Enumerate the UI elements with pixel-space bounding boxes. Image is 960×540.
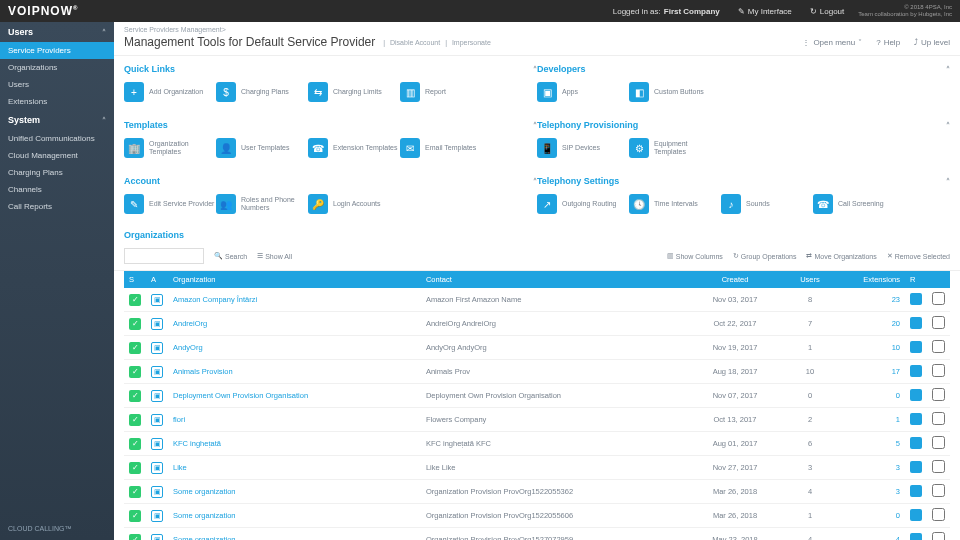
tile[interactable]: 🏢Organization Templates: [124, 138, 216, 158]
status-icon[interactable]: ✓: [129, 318, 141, 330]
sidebar-group-system[interactable]: System˄: [0, 110, 114, 130]
tile[interactable]: 🔑Login Accounts: [308, 194, 400, 214]
col-ext[interactable]: Extensions: [845, 271, 905, 288]
section-quick-links[interactable]: Quick Links˄: [124, 60, 537, 78]
tile[interactable]: 📱SIP Devices: [537, 138, 629, 158]
ext-cell[interactable]: 23: [845, 288, 905, 312]
status-icon[interactable]: ✓: [129, 294, 141, 306]
up-level-button[interactable]: ⤴Up level: [914, 38, 950, 47]
search-button[interactable]: 🔍Search: [214, 252, 247, 260]
org-icon[interactable]: ▣: [151, 294, 163, 306]
org-icon[interactable]: ▣: [151, 510, 163, 522]
tile[interactable]: ⚙Equipment Templates: [629, 138, 721, 158]
tile[interactable]: ▣Apps: [537, 82, 629, 102]
report-icon[interactable]: [910, 317, 922, 329]
row-checkbox[interactable]: [932, 364, 945, 377]
tile[interactable]: $Charging Plans: [216, 82, 308, 102]
status-icon[interactable]: ✓: [129, 486, 141, 498]
org-icon[interactable]: ▣: [151, 318, 163, 330]
col-check[interactable]: [927, 271, 950, 288]
ext-cell[interactable]: 17: [845, 360, 905, 384]
ext-cell[interactable]: 10: [845, 336, 905, 360]
org-link[interactable]: Some organization: [168, 480, 421, 504]
logout-link[interactable]: ↻Logout: [810, 7, 844, 16]
ext-cell[interactable]: 5: [845, 432, 905, 456]
org-link[interactable]: Animals Provision: [168, 360, 421, 384]
org-link[interactable]: KFC inghețată: [168, 432, 421, 456]
org-link[interactable]: flori: [168, 408, 421, 432]
show-columns-button[interactable]: ▥Show Columns: [667, 252, 723, 260]
col-r[interactable]: R: [905, 271, 927, 288]
show-all-button[interactable]: ☰Show All: [257, 252, 292, 260]
report-icon[interactable]: [910, 461, 922, 473]
tile[interactable]: ▥Report: [400, 82, 492, 102]
tile[interactable]: ☎Extension Templates: [308, 138, 400, 158]
help-button[interactable]: ?Help: [876, 38, 900, 47]
report-icon[interactable]: [910, 485, 922, 497]
row-checkbox[interactable]: [932, 412, 945, 425]
ext-cell[interactable]: 4: [845, 528, 905, 541]
tile[interactable]: 👤User Templates: [216, 138, 308, 158]
search-input[interactable]: [124, 248, 204, 264]
status-icon[interactable]: ✓: [129, 366, 141, 378]
status-icon[interactable]: ✓: [129, 462, 141, 474]
disable-account-link[interactable]: Disable Account: [390, 39, 440, 46]
status-icon[interactable]: ✓: [129, 390, 141, 402]
section-account[interactable]: Account˄: [124, 172, 537, 190]
tile[interactable]: ♪Sounds: [721, 194, 813, 214]
my-interface-link[interactable]: ✎My Interface: [738, 7, 792, 16]
sidebar-item[interactable]: Call Reports: [0, 198, 114, 215]
tile[interactable]: +Add Organization: [124, 82, 216, 102]
report-icon[interactable]: [910, 293, 922, 305]
tile[interactable]: ✎Edit Service Provider: [124, 194, 216, 214]
sidebar-item[interactable]: Cloud Management: [0, 147, 114, 164]
sidebar-item[interactable]: Organizations: [0, 59, 114, 76]
section-telephony-prov[interactable]: Telephony Provisioning˄: [537, 116, 950, 134]
row-checkbox[interactable]: [932, 460, 945, 473]
section-developers[interactable]: Developers˄: [537, 60, 950, 78]
org-link[interactable]: Like: [168, 456, 421, 480]
sidebar-item[interactable]: Users: [0, 76, 114, 93]
row-checkbox[interactable]: [932, 532, 945, 540]
report-icon[interactable]: [910, 533, 922, 541]
section-telephony-settings[interactable]: Telephony Settings˄: [537, 172, 950, 190]
ext-cell[interactable]: 1: [845, 408, 905, 432]
org-icon[interactable]: ▣: [151, 414, 163, 426]
status-icon[interactable]: ✓: [129, 438, 141, 450]
row-checkbox[interactable]: [932, 484, 945, 497]
status-icon[interactable]: ✓: [129, 414, 141, 426]
col-org[interactable]: Organization: [168, 271, 421, 288]
sidebar-item[interactable]: Service Providers: [0, 42, 114, 59]
remove-selected-button[interactable]: ✕Remove Selected: [887, 252, 950, 260]
col-a[interactable]: A: [146, 271, 168, 288]
open-menu-button[interactable]: ⋮Open menu˅: [802, 38, 862, 47]
org-link[interactable]: Some organization: [168, 528, 421, 541]
org-icon[interactable]: ▣: [151, 390, 163, 402]
sidebar-item[interactable]: Unified Communications: [0, 130, 114, 147]
ext-cell[interactable]: 0: [845, 384, 905, 408]
tile[interactable]: ✉Email Templates: [400, 138, 492, 158]
org-icon[interactable]: ▣: [151, 342, 163, 354]
tile[interactable]: 🕓Time Intervals: [629, 194, 721, 214]
org-link[interactable]: Amazon Company Întârzi: [168, 288, 421, 312]
col-users[interactable]: Users: [775, 271, 845, 288]
sidebar-item[interactable]: Charging Plans: [0, 164, 114, 181]
org-link[interactable]: Deployment Own Provision Organisation: [168, 384, 421, 408]
col-contact[interactable]: Contact: [421, 271, 695, 288]
status-icon[interactable]: ✓: [129, 534, 141, 541]
report-icon[interactable]: [910, 341, 922, 353]
sidebar-item[interactable]: Extensions: [0, 93, 114, 110]
sidebar-item[interactable]: Channels: [0, 181, 114, 198]
sidebar-group-users[interactable]: Users˄: [0, 22, 114, 42]
status-icon[interactable]: ✓: [129, 342, 141, 354]
ext-cell[interactable]: 3: [845, 480, 905, 504]
tile[interactable]: ⇆Charging Limits: [308, 82, 400, 102]
col-s[interactable]: S: [124, 271, 146, 288]
report-icon[interactable]: [910, 365, 922, 377]
group-ops-button[interactable]: ↻Group Operations: [733, 252, 797, 260]
org-icon[interactable]: ▣: [151, 486, 163, 498]
col-created[interactable]: Created: [695, 271, 775, 288]
report-icon[interactable]: [910, 437, 922, 449]
row-checkbox[interactable]: [932, 340, 945, 353]
org-icon[interactable]: ▣: [151, 438, 163, 450]
